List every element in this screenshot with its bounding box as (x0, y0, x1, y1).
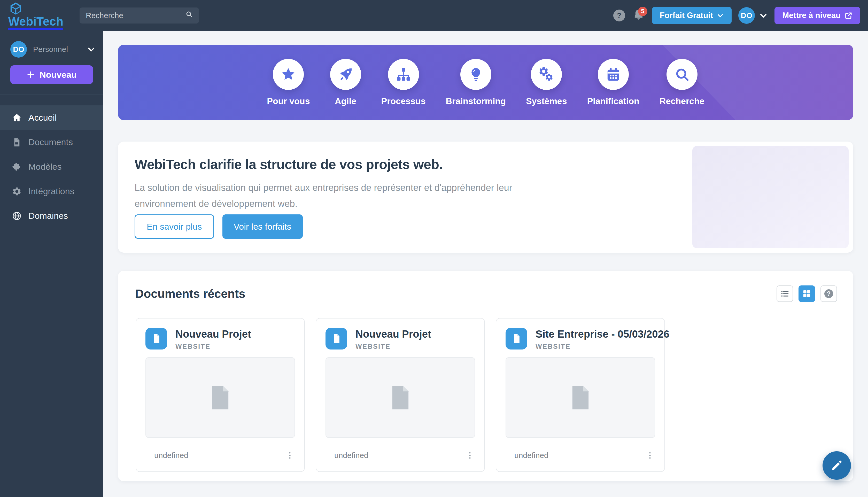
document-card-header: Nouveau Projet WEBSITE (145, 328, 295, 351)
pencil-icon (830, 459, 843, 472)
upgrade-button[interactable]: Mettre à niveau (774, 7, 860, 24)
hero-card: WebiTech clarifie la structure de vos pr… (118, 142, 853, 253)
plan-dropdown-button[interactable]: Forfait Gratuit (652, 7, 732, 24)
notifications-button[interactable]: 5 (632, 8, 645, 23)
upgrade-label: Mettre à niveau (782, 11, 841, 20)
grid-view-icon (802, 289, 811, 298)
category-pour-vous[interactable]: Pour vous (267, 59, 310, 106)
list-view-button[interactable] (777, 285, 793, 302)
recent-documents-card: Documents récents ? (118, 271, 853, 481)
sidebar-item-accueil[interactable]: Accueil (0, 105, 103, 130)
document-card-titles: Nouveau Projet WEBSITE (175, 328, 251, 351)
document-card[interactable]: Nouveau Projet WEBSITE undefined (136, 318, 305, 472)
top-bar: WebiTech ? 5 Forfait Gratuit DO (0, 0, 868, 31)
category-planification[interactable]: Planification (587, 59, 639, 106)
category-list: Pour vous Agile Processus Brainstorming (267, 59, 704, 106)
kebab-menu-icon[interactable] (285, 450, 295, 460)
document-card-titles: Site Entreprise - 05/03/2026 WEBSITE (536, 328, 655, 351)
document-footer-text: undefined (326, 451, 368, 460)
category-label: Recherche (659, 96, 705, 106)
account-menu[interactable]: DO (738, 7, 768, 24)
sidebar-item-label: Accueil (28, 113, 57, 123)
sitemap-icon (388, 59, 419, 90)
document-footer-text: undefined (506, 451, 549, 460)
logo-text: WebiTech (8, 15, 63, 30)
category-brainstorming[interactable]: Brainstorming (446, 59, 506, 106)
category-agile[interactable]: Agile (330, 59, 361, 106)
document-title: Site Entreprise - 05/03/2026 (536, 328, 655, 340)
document-card-footer: undefined (506, 450, 655, 461)
app-logo[interactable]: WebiTech (8, 2, 63, 30)
view-help-button[interactable]: ? (821, 285, 837, 302)
document-preview[interactable] (145, 357, 295, 438)
sidebar-item-label: Documents (28, 137, 73, 147)
sidebar-item-label: Domaines (28, 211, 68, 221)
global-search[interactable] (80, 8, 199, 24)
file-placeholder-icon (569, 384, 592, 412)
category-processus[interactable]: Processus (381, 59, 426, 106)
document-file-icon (145, 328, 167, 350)
category-label: Planification (587, 96, 639, 106)
globe-icon (12, 211, 22, 221)
category-systemes[interactable]: Systèmes (526, 59, 567, 106)
calendar-icon (598, 59, 629, 90)
sidebar-item-documents[interactable]: Documents (0, 130, 103, 155)
document-card-footer: undefined (145, 450, 295, 461)
document-preview[interactable] (506, 357, 655, 438)
workspace-switcher[interactable]: DO Personnel (10, 41, 96, 58)
sidebar-nav: Accueil Documents Modèles Intégrations D… (0, 105, 103, 228)
hero-description: La solution de visualisation qui permet … (134, 180, 522, 212)
rocket-icon (330, 59, 361, 90)
learn-more-button[interactable]: En savoir plus (134, 214, 214, 239)
sidebar-item-label: Modèles (28, 162, 62, 172)
search-icon (667, 59, 697, 90)
list-view-icon (780, 289, 789, 298)
category-recherche[interactable]: Recherche (659, 59, 705, 106)
document-card[interactable]: Nouveau Projet WEBSITE undefined (316, 318, 485, 472)
grid-view-button[interactable] (798, 285, 815, 302)
document-file-icon (506, 328, 527, 350)
kebab-menu-icon[interactable] (645, 450, 655, 460)
document-card-footer: undefined (326, 450, 475, 461)
star-icon (273, 59, 304, 90)
file-placeholder-icon (389, 384, 412, 412)
category-label: Processus (381, 96, 426, 106)
edit-fab-button[interactable] (823, 451, 851, 480)
document-card-titles: Nouveau Projet WEBSITE (355, 328, 431, 351)
file-placeholder-icon (209, 384, 232, 412)
new-document-button[interactable]: Nouveau (10, 65, 93, 84)
avatar[interactable]: DO (738, 7, 755, 24)
main-content: Pour vous Agile Processus Brainstorming (103, 31, 868, 497)
see-plans-button[interactable]: Voir les forfaits (223, 214, 303, 239)
document-type: WEBSITE (175, 342, 251, 351)
plan-label: Forfait Gratuit (660, 11, 713, 20)
sidebar-item-modeles[interactable]: Modèles (0, 155, 103, 179)
header-actions: ? 5 Forfait Gratuit DO Mettre à niveau (613, 0, 860, 31)
document-type: WEBSITE (536, 342, 655, 351)
kebab-menu-icon[interactable] (465, 450, 475, 460)
help-icon: ? (824, 289, 833, 298)
document-file-icon (326, 328, 347, 350)
sidebar-item-integrations[interactable]: Intégrations (0, 179, 103, 203)
document-card-header: Site Entreprise - 05/03/2026 WEBSITE (506, 328, 655, 351)
search-input[interactable] (86, 11, 185, 20)
gears-icon (531, 59, 562, 90)
chevron-down-icon (87, 45, 96, 54)
document-type: WEBSITE (355, 342, 431, 351)
document-card-header: Nouveau Projet WEBSITE (326, 328, 475, 351)
home-icon (12, 113, 22, 123)
help-icon[interactable]: ? (613, 10, 625, 22)
sidebar-item-domaines[interactable]: Domaines (0, 203, 103, 228)
external-link-icon (845, 12, 853, 19)
plus-icon (27, 71, 35, 79)
chevron-down-icon[interactable] (759, 11, 768, 20)
document-preview[interactable] (326, 357, 475, 438)
search-icon[interactable] (185, 11, 193, 20)
document-title: Nouveau Projet (355, 328, 431, 340)
sidebar: DO Personnel Nouveau Accueil Documents (0, 31, 103, 497)
lightbulb-icon (460, 59, 492, 90)
notification-badge: 5 (638, 7, 648, 16)
recent-documents-title: Documents récents (135, 287, 245, 301)
sidebar-item-label: Intégrations (28, 186, 74, 196)
document-card[interactable]: Site Entreprise - 05/03/2026 WEBSITE und… (496, 318, 665, 472)
